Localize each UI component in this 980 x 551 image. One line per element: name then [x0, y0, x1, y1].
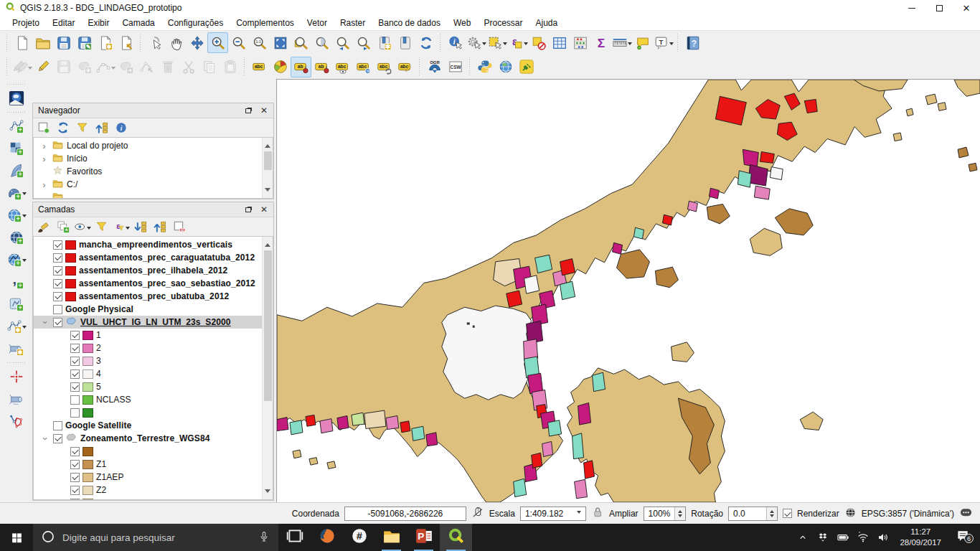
layer-labeling-options-button[interactable]: abc — [249, 57, 270, 77]
google-earth-view-button[interactable] — [5, 87, 27, 109]
expander-icon[interactable]: › — [39, 180, 49, 189]
layer-checkbox[interactable] — [53, 266, 62, 276]
crs-globe-icon[interactable] — [844, 507, 857, 521]
menu-editar[interactable]: Editar — [46, 17, 81, 29]
add-vector-layer-button[interactable]: + — [5, 115, 27, 137]
browser-float-button[interactable] — [241, 105, 255, 117]
render-checkbox[interactable] — [783, 509, 792, 518]
rotation-spinbox[interactable]: 0.0 — [728, 507, 778, 521]
add-circular-string-button[interactable] — [95, 57, 116, 77]
new-geopackage-layer-button[interactable]: ✱ — [5, 337, 27, 359]
scrollbar-thumb[interactable] — [264, 250, 272, 401]
composer-manager-button[interactable] — [116, 32, 136, 53]
highlight-pinned-labels-button[interactable]: ab — [311, 57, 332, 77]
layer-row[interactable]: Google Physical — [34, 303, 262, 316]
plugin-tool-button[interactable] — [516, 57, 537, 77]
layer-row[interactable] — [34, 406, 262, 419]
layer-checkbox[interactable] — [53, 292, 62, 301]
microphone-icon[interactable] — [258, 530, 270, 545]
menu-ajuda[interactable]: Ajuda — [529, 17, 564, 29]
refresh-browser-button[interactable] — [55, 119, 72, 136]
metasearch-csw-button[interactable]: CSW — [445, 57, 466, 77]
start-button[interactable] — [0, 524, 33, 551]
zoom-last-button[interactable] — [332, 32, 353, 53]
menu-processar[interactable]: Processar — [477, 17, 529, 29]
zoom-in-button[interactable] — [207, 32, 228, 53]
layer-row[interactable]: assentamentos_prec_caraguatatuba_2012 — [34, 251, 262, 264]
scroll-down-arrow[interactable] — [265, 188, 270, 194]
taskbar-github-desktop[interactable]: # — [343, 524, 375, 551]
map-tips-button[interactable] — [632, 32, 653, 53]
expander-icon[interactable]: › — [41, 434, 50, 443]
browser-close-button[interactable]: ✕ — [257, 105, 271, 117]
pan-to-selection-button[interactable] — [187, 32, 207, 53]
save-project-as-button[interactable]: ✎ — [74, 32, 95, 53]
refresh-map-button[interactable] — [415, 32, 436, 53]
layer-row[interactable]: Z1AEP — [34, 471, 262, 484]
browser-item[interactable]: › Local do projeto — [34, 139, 262, 152]
show-bookmarks-button[interactable] — [395, 32, 415, 53]
add-delimited-text-layer-button[interactable]: ,+ — [5, 270, 27, 293]
browser-item[interactable] — [34, 191, 262, 198]
battery-icon[interactable] — [834, 531, 852, 544]
measure-line-button[interactable] — [611, 32, 632, 53]
minimize-button[interactable] — [898, 0, 925, 16]
coordinate-capture-button[interactable] — [5, 365, 27, 387]
move-label-button[interactable]: abc — [353, 57, 374, 77]
map-canvas[interactable] — [276, 79, 980, 502]
new-print-composer-button[interactable]: ✱ — [95, 32, 116, 53]
layer-row[interactable]: › Zoneamento_Terrestre_WGS84 — [34, 432, 262, 445]
expander-icon[interactable]: › — [39, 154, 49, 164]
layer-checkbox[interactable] — [70, 395, 80, 405]
maximize-button[interactable] — [925, 0, 953, 16]
volume-icon[interactable] — [874, 531, 892, 544]
new-project-button[interactable] — [11, 32, 32, 53]
expander-icon[interactable]: › — [41, 318, 50, 327]
scrollbar-thumb[interactable] — [264, 151, 272, 170]
add-wms-wmts-layer-button[interactable]: + — [5, 204, 27, 226]
cut-features-button[interactable] — [178, 57, 199, 77]
action-center-icon[interactable]: 6 — [948, 529, 977, 546]
scroll-up-arrow[interactable] — [265, 240, 270, 247]
zoom-to-layer-button[interactable] — [291, 32, 311, 53]
reshape-tool-button[interactable] — [5, 410, 27, 432]
menu-vetor[interactable]: Vetor — [301, 17, 334, 29]
add-selected-layer-button[interactable] — [35, 119, 52, 136]
layers-scrollbar[interactable] — [262, 237, 273, 499]
layer-row[interactable]: 4 — [34, 367, 262, 380]
sum-symbol-button[interactable]: Σ — [590, 32, 611, 53]
pipeline-tool-button[interactable] — [5, 387, 27, 410]
manage-layer-visibility-button[interactable] — [74, 218, 91, 235]
layer-checkbox[interactable] — [53, 421, 62, 430]
layer-row[interactable]: Google Satellite — [34, 419, 262, 432]
browser-scrollbar[interactable] — [262, 138, 273, 198]
collapse-all-browser-button[interactable] — [93, 119, 110, 136]
deselect-all-button[interactable] — [528, 32, 549, 53]
select-features-button[interactable] — [486, 32, 507, 53]
layer-row[interactable]: Z2 — [34, 484, 262, 496]
help-button[interactable]: ? — [682, 32, 703, 53]
layer-row[interactable]: NCLASS — [34, 393, 262, 406]
menu-complementos[interactable]: Complementos — [230, 17, 301, 29]
zoom-native-resolution-button[interactable]: 1:1 — [249, 32, 270, 53]
messages-icon[interactable] — [959, 506, 973, 522]
mouse-extents-toggle-icon[interactable] — [471, 506, 484, 521]
zoom-next-button[interactable] — [353, 32, 374, 53]
show-hide-labels-button[interactable]: abc — [332, 57, 353, 77]
clock[interactable]: 11:2728/09/2017 — [894, 527, 947, 548]
scale-combobox[interactable]: 1:409.182 — [520, 507, 586, 521]
layer-checkbox[interactable] — [53, 305, 62, 314]
expander-icon[interactable]: › — [39, 141, 49, 151]
layer-row[interactable]: assentamentos_prec_ilhabela_2012 — [34, 264, 262, 277]
coordinate-input[interactable]: -5091068,-2686226 — [344, 507, 466, 521]
toggle-editing-button[interactable] — [32, 57, 53, 77]
layer-checkbox[interactable] — [70, 447, 80, 456]
lock-scale-icon[interactable] — [591, 506, 604, 521]
layers-float-button[interactable] — [241, 204, 255, 216]
add-raster-layer-button[interactable]: + — [5, 137, 27, 159]
add-wcs-layer-button[interactable]: + — [5, 226, 27, 248]
layer-row[interactable]: Z1 — [34, 458, 262, 471]
layer-row[interactable] — [34, 445, 262, 458]
menu-web[interactable]: Web — [447, 17, 477, 29]
pin-unpin-labels-button[interactable]: ab — [291, 57, 311, 77]
